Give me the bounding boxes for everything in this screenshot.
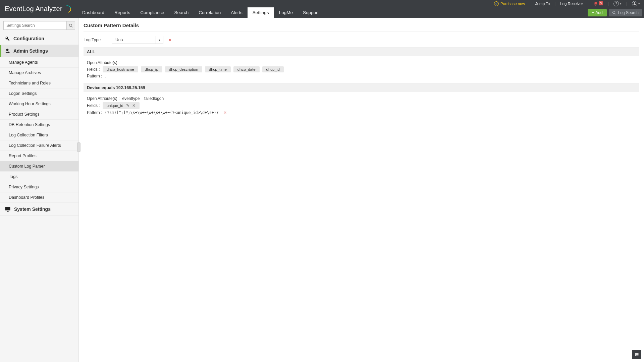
log-search-button[interactable]: Log Search xyxy=(609,9,642,16)
jump-to-link[interactable]: Jump To xyxy=(535,2,550,6)
user-menu-button[interactable]: ▾ xyxy=(632,1,640,6)
log-type-label: Log Type xyxy=(84,38,107,42)
pattern-groups: ALLOpen Attribute(s) :Fields :dhcp_hostn… xyxy=(84,47,639,120)
sidebar-item-log-collection-failure-alerts[interactable]: Log Collection Failure Alerts xyxy=(0,140,78,151)
body: Configuration Admin Settings Manage Agen… xyxy=(0,18,644,362)
group-body: Open Attribute(s) :Fields :dhcp_hostname… xyxy=(84,56,639,83)
main-content: Custom Pattern Details Log Type Unix ▾ ✕… xyxy=(79,18,644,362)
remove-icon[interactable]: ✕ xyxy=(132,103,136,108)
main-nav: DashboardReportsComplianceSearchCorrelat… xyxy=(77,7,644,18)
nav-settings[interactable]: Settings xyxy=(248,7,274,18)
sidebar-collapse-handle[interactable] xyxy=(77,142,80,152)
user-icon xyxy=(632,1,637,6)
separator: | xyxy=(530,2,531,6)
sidebar-item-db-retention-settings[interactable]: DB Retention Settings xyxy=(0,120,78,130)
field-chip[interactable]: dhcp_hostname xyxy=(103,66,138,72)
fields-label: Fields : xyxy=(87,67,100,72)
notification-count-badge: 3 xyxy=(599,1,603,5)
clear-log-type-button[interactable]: ✕ xyxy=(168,38,172,43)
pattern-row: Pattern : (?sm)[^;]*;\s+\w+=\w+\s+\w+=(?… xyxy=(87,110,636,115)
log-type-value: Unix xyxy=(112,36,156,44)
sidebar-item-product-settings[interactable]: Product Settings xyxy=(0,109,78,120)
chat-button[interactable] xyxy=(632,350,641,359)
search-icon xyxy=(69,23,73,28)
section-label: Configuration xyxy=(13,36,44,41)
sidebar-item-report-profiles[interactable]: Report Profiles xyxy=(0,151,78,161)
remove-pattern-button[interactable]: ✕ xyxy=(223,110,227,115)
nav-search[interactable]: Search xyxy=(169,7,194,18)
section-label: System Settings xyxy=(14,206,51,212)
notifications-button[interactable]: 3 xyxy=(593,1,603,6)
chevron-down-icon[interactable]: ▾ xyxy=(156,36,163,44)
add-button[interactable]: + Add xyxy=(588,9,606,16)
nav-compliance[interactable]: Compliance xyxy=(135,7,169,18)
sidebar-item-logon-settings[interactable]: Logon Settings xyxy=(0,88,78,99)
admin-icon xyxy=(5,48,10,54)
settings-search-button[interactable] xyxy=(66,21,75,30)
sidebar-section-configuration[interactable]: Configuration xyxy=(0,33,78,45)
nav-actions: + Add Log Search xyxy=(588,7,644,18)
nav-support[interactable]: Support xyxy=(298,7,324,18)
field-chip[interactable]: unique_id ✎✕ xyxy=(103,102,140,109)
sidebar-item-technicians-and-roles[interactable]: Technicians and Roles xyxy=(0,78,78,88)
pattern-group: ALLOpen Attribute(s) :Fields :dhcp_hostn… xyxy=(84,47,639,83)
plus-icon: + xyxy=(592,10,594,15)
sidebar-item-log-collection-filters[interactable]: Log Collection Filters xyxy=(0,130,78,140)
section-label: Admin Settings xyxy=(13,48,48,54)
group-header: ALL xyxy=(84,48,639,56)
monitor-icon xyxy=(5,206,11,212)
wrench-icon xyxy=(5,36,10,41)
purchase-label: Purchase now xyxy=(500,2,525,6)
settings-search-input[interactable] xyxy=(3,21,66,30)
fields-row: Fields :dhcp_hostnamedhcp_ipdhcp_descrip… xyxy=(87,66,636,72)
sidebar-item-dashboard-profiles[interactable]: Dashboard Profiles xyxy=(0,192,78,203)
field-chip[interactable]: dhcp_time xyxy=(205,66,231,72)
chevron-down-icon: ▾ xyxy=(620,2,622,5)
sidebar-item-working-hour-settings[interactable]: Working Hour Settings xyxy=(0,99,78,109)
sidebar-item-custom-log-parser[interactable]: Custom Log Parser xyxy=(0,161,78,172)
add-label: Add xyxy=(595,10,602,15)
sidebar-item-privacy-settings[interactable]: Privacy Settings xyxy=(0,182,78,192)
pattern-row: Pattern : , xyxy=(87,74,636,78)
nav-correlation[interactable]: Correlation xyxy=(194,7,226,18)
open-attributes-label: Open Attribute(s) : xyxy=(87,60,119,65)
nav-dashboard[interactable]: Dashboard xyxy=(77,7,109,18)
log-receiver-link[interactable]: Log Receiver xyxy=(560,2,583,6)
fields-row: Fields :unique_id ✎✕ xyxy=(87,102,636,109)
open-attributes-row: Open Attribute(s) : eventtype = failedlo… xyxy=(87,96,636,101)
sidebar-item-manage-agents[interactable]: Manage Agents xyxy=(0,57,78,68)
separator: | xyxy=(554,2,555,6)
separator: | xyxy=(588,2,589,6)
open-attributes-row: Open Attribute(s) : xyxy=(87,60,636,65)
chevron-down-icon: ▾ xyxy=(638,2,640,5)
bell-icon xyxy=(593,1,598,6)
sidebar-item-tags[interactable]: Tags xyxy=(0,172,78,182)
nav-reports[interactable]: Reports xyxy=(109,7,135,18)
log-type-row: Log Type Unix ▾ ✕ xyxy=(84,36,639,44)
product-logo: EventLog Analyzer xyxy=(0,0,77,18)
sidebar-section-system[interactable]: System Settings xyxy=(0,203,78,216)
log-type-select[interactable]: Unix ▾ xyxy=(112,36,163,44)
group-body: Open Attribute(s) : eventtype = failedlo… xyxy=(84,92,639,120)
field-chip[interactable]: dhcp_ip xyxy=(141,66,162,72)
pattern-label: Pattern : xyxy=(87,74,102,78)
purchase-now-link[interactable]: 🛒 Purchase now xyxy=(494,1,525,6)
product-name: EventLog Analyzer xyxy=(5,5,62,13)
search-icon xyxy=(612,11,616,15)
edit-icon[interactable]: ✎ xyxy=(126,103,129,108)
separator: | xyxy=(608,2,609,6)
field-chip[interactable]: dhcp_description xyxy=(165,66,202,72)
field-chip[interactable]: dhcp_date xyxy=(233,66,260,72)
help-icon: ? xyxy=(613,1,619,6)
help-button[interactable]: ?▾ xyxy=(613,1,622,6)
group-header: Device equals 192.168.25.159 xyxy=(84,83,639,92)
nav-logme[interactable]: LogMe xyxy=(274,7,298,18)
cart-icon: 🛒 xyxy=(494,1,499,6)
open-attributes-value: eventtype = failedlogon xyxy=(122,96,164,101)
pattern-value: (?sm)[^;]*;\s+\w+=\w+\s+\w+=(?<unique_id… xyxy=(105,110,218,115)
nav-alerts[interactable]: Alerts xyxy=(226,7,248,18)
sidebar-section-admin[interactable]: Admin Settings xyxy=(0,45,78,57)
open-attributes-label: Open Attribute(s) : xyxy=(87,96,119,101)
field-chip[interactable]: dhcp_id xyxy=(262,66,284,72)
sidebar-item-manage-archives[interactable]: Manage Archives xyxy=(0,68,78,78)
